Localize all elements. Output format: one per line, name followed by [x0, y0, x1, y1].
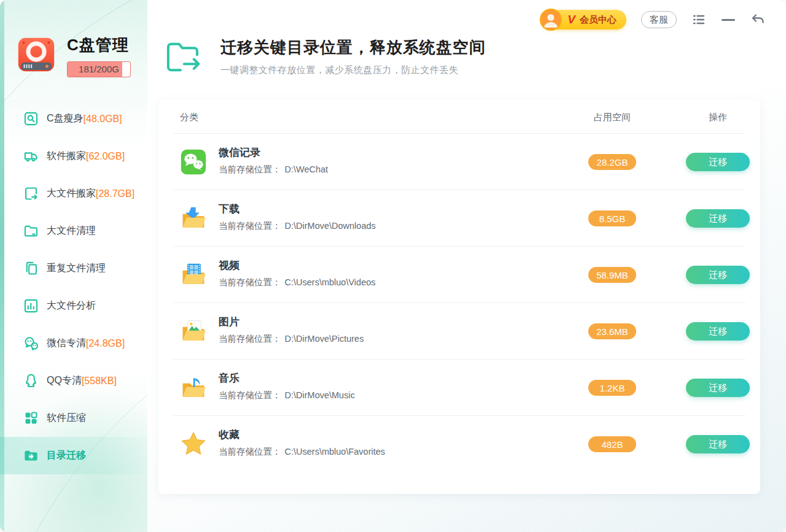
sidebar-item-bigfile-analyze[interactable]: 大文件分析 — [0, 287, 147, 325]
folder-icon — [23, 223, 39, 239]
table-row-pictures: 图片 当前存储位置：D:\DirMove\Pictures 23.6MB 迁移 — [158, 303, 760, 360]
location-path: D:\DirMove\Pictures — [285, 334, 364, 344]
sidebar-item-label: 大文件清理 — [47, 225, 96, 237]
table-row-videos: 视频 当前存储位置：C:\Users\mbluo\Videos 58.9MB 迁… — [158, 247, 760, 303]
table-row-downloads: 下载 当前存储位置：D:\DirMove\Downloads 8.5GB 迁移 — [158, 190, 760, 247]
sidebar-item-size: [558KB] — [82, 376, 117, 387]
size-badge: 28.2GB — [588, 154, 636, 170]
wechat-bubbles-icon — [23, 335, 39, 352]
current-location: 当前存储位置：D:\DirMove\Music — [219, 390, 355, 401]
category-name: 收藏 — [219, 428, 239, 442]
page-subtitle: 一键调整文件存放位置，减少系统盘压力，防止文件丢失 — [220, 64, 486, 76]
current-location: 当前存储位置：D:\DirMove\Downloads — [219, 220, 376, 232]
migrate-button-downloads[interactable]: 迁移 — [686, 209, 750, 228]
table-header: 分类 占用空间 操作 — [158, 100, 760, 134]
user-icon — [541, 10, 561, 29]
sidebar-item-app-compress[interactable]: 软件压缩 — [0, 399, 147, 437]
migrate-button-pictures[interactable]: 迁移 — [686, 322, 750, 341]
vip-v-badge: V — [567, 13, 575, 26]
size-badge: 1.2KB — [588, 380, 636, 396]
grid-icon — [23, 410, 39, 426]
support-button[interactable]: 客服 — [641, 11, 677, 28]
location-path: D:\WeChat — [285, 164, 329, 174]
disk-usage-bar: 181/200G — [67, 61, 131, 77]
location-prefix: 当前存储位置： — [219, 334, 281, 344]
location-path: C:\Users\mbluo\Videos — [285, 277, 376, 287]
current-location: 当前存储位置：D:\DirMove\Pictures — [219, 333, 364, 345]
location-prefix: 当前存储位置： — [219, 447, 281, 457]
undo-back-icon[interactable] — [750, 12, 765, 27]
sidebar-item-size: [24.8GB] — [86, 338, 125, 349]
wechat-app-icon — [180, 148, 207, 175]
sidebar-item-label: 重复文件清理 — [47, 262, 106, 275]
member-center-button[interactable]: V 会员中心 — [542, 10, 626, 29]
screen: C盘管理 181/200G C盘瘦身 [48.0GB] 软件搬家 [62.0GB… — [0, 0, 786, 532]
location-prefix: 当前存储位置： — [219, 277, 281, 287]
table-row-favorites: 收藏 当前存储位置：C:\Users\mbluo\Favorites 482B … — [158, 416, 760, 472]
table-body: 微信记录 当前存储位置：D:\WeChat 28.2GB 迁移 下载 当前存储位… — [158, 134, 760, 472]
sidebar-item-qq-clean[interactable]: QQ专清 [558KB] — [0, 362, 147, 399]
category-name: 图片 — [219, 315, 239, 329]
migrate-button-wechat-records[interactable]: 迁移 — [686, 153, 750, 171]
download-folder-icon — [180, 205, 207, 232]
column-category: 分类 — [180, 112, 198, 123]
sidebar: C盘管理 181/200G C盘瘦身 [48.0GB] 软件搬家 [62.0GB… — [0, 0, 147, 532]
folder-arrow-icon — [23, 447, 39, 464]
menu-list-icon[interactable] — [691, 12, 706, 27]
migrate-button-music[interactable]: 迁移 — [686, 379, 750, 397]
location-prefix: 当前存储位置： — [219, 221, 281, 231]
disk-logo-icon — [15, 33, 58, 76]
sidebar-item-size: [48.0GB] — [84, 114, 122, 125]
table-row-music: 音乐 当前存储位置：D:\DirMove\Music 1.2KB 迁移 — [158, 360, 760, 416]
column-space: 占用空间 — [563, 112, 661, 123]
migrate-button-videos[interactable]: 迁移 — [686, 266, 750, 284]
sidebar-item-label: QQ专清 — [47, 374, 82, 387]
sidebar-item-label: C盘瘦身 — [47, 112, 84, 125]
member-center-label: 会员中心 — [580, 14, 617, 26]
music-folder-icon — [180, 374, 207, 401]
location-path: C:\Users\mbluo\Favorites — [285, 447, 386, 457]
location-path: D:\DirMove\Music — [285, 390, 355, 400]
magnifier-disk-icon — [23, 110, 39, 127]
migration-table-card: 分类 占用空间 操作 微信记录 当前存储位置：D:\WeChat 28.2GB … — [158, 100, 760, 494]
sidebar-item-dir-migrate[interactable]: 目录迁移 — [0, 437, 147, 474]
qq-penguin-icon — [23, 372, 39, 389]
sidebar-nav: C盘瘦身 [48.0GB] 软件搬家 [62.0GB] 大文件搬家 [28.7G… — [0, 100, 147, 474]
disk-usage-text: 181/200G — [68, 62, 130, 77]
current-location: 当前存储位置：C:\Users\mbluo\Favorites — [219, 446, 385, 458]
truck-icon — [23, 148, 39, 164]
sidebar-item-size: [28.7GB] — [96, 188, 134, 199]
sidebar-item-size: [62.0GB] — [86, 151, 125, 162]
column-action: 操作 — [686, 112, 750, 123]
minimize-button[interactable] — [721, 12, 736, 27]
sidebar-item-bigfile-clean[interactable]: 大文件清理 — [0, 212, 147, 250]
bar-chart-icon — [23, 298, 39, 314]
current-location: 当前存储位置：C:\Users\mbluo\Videos — [219, 277, 376, 288]
location-prefix: 当前存储位置： — [219, 390, 281, 400]
size-badge: 58.9MB — [588, 267, 636, 283]
category-name: 视频 — [219, 258, 239, 272]
size-badge: 23.6MB — [588, 323, 636, 339]
sidebar-item-app-move[interactable]: 软件搬家 [62.0GB] — [0, 137, 147, 175]
page-title: 迁移关键目录位置，释放系统盘空间 — [220, 37, 486, 58]
file-export-icon — [23, 185, 39, 202]
sidebar-item-label: 微信专清 — [47, 337, 86, 350]
page-header: 迁移关键目录位置，释放系统盘空间 一键调整文件存放位置，减少系统盘压力，防止文件… — [165, 34, 486, 77]
migrate-button-favorites[interactable]: 迁移 — [686, 435, 750, 453]
sidebar-item-c-slim[interactable]: C盘瘦身 [48.0GB] — [0, 100, 147, 137]
category-name: 下载 — [219, 202, 239, 216]
app-title: C盘管理 — [67, 34, 131, 56]
sidebar-item-label: 软件压缩 — [47, 412, 86, 425]
sidebar-item-label: 大文件分析 — [47, 299, 96, 312]
sidebar-item-wechat-clean[interactable]: 微信专清 [24.8GB] — [0, 325, 147, 362]
current-location: 当前存储位置：D:\WeChat — [219, 164, 328, 175]
sidebar-item-label: 目录迁移 — [47, 449, 86, 462]
star-icon — [180, 431, 207, 458]
sidebar-item-label: 软件搬家 — [47, 150, 86, 163]
picture-folder-icon — [180, 318, 207, 345]
video-folder-icon — [180, 261, 207, 288]
table-row-wechat-records: 微信记录 当前存储位置：D:\WeChat 28.2GB 迁移 — [158, 134, 760, 190]
folder-migrate-icon — [165, 37, 205, 77]
sidebar-item-bigfile-move[interactable]: 大文件搬家 [28.7GB] — [0, 175, 147, 212]
sidebar-item-duplicate-clean[interactable]: 重复文件清理 — [0, 250, 147, 287]
